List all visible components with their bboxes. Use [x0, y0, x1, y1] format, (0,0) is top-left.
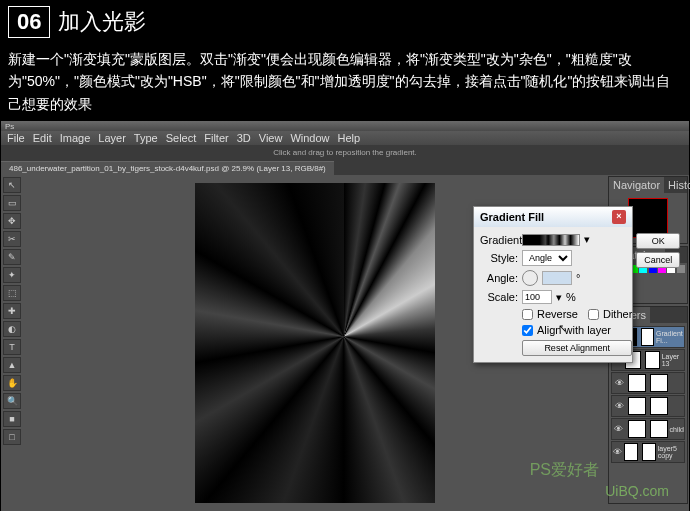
close-icon[interactable]: × — [612, 210, 626, 224]
wand-tool-icon[interactable]: ✦ — [3, 267, 21, 283]
gradient-preview[interactable] — [522, 234, 580, 246]
crop-tool-icon[interactable]: ✂ — [3, 231, 21, 247]
menu-help[interactable]: Help — [338, 132, 361, 144]
mask-thumb[interactable] — [650, 397, 668, 415]
gradient-rays — [195, 183, 435, 503]
zoom-tool-icon[interactable]: 🔍 — [3, 393, 21, 409]
layer-row[interactable]: 👁 — [611, 395, 685, 417]
dither-label: Dither — [603, 308, 632, 320]
menu-edit[interactable]: Edit — [33, 132, 52, 144]
dialog-title: Gradient Fill — [480, 211, 544, 223]
watermark: PS爱好者 — [530, 460, 599, 481]
menu-layer[interactable]: Layer — [98, 132, 126, 144]
scale-unit: % — [566, 291, 576, 303]
dither-checkbox[interactable] — [588, 309, 599, 320]
tab-navigator[interactable]: Navigator — [609, 177, 664, 193]
angle-dial[interactable] — [522, 270, 538, 286]
cancel-button[interactable]: Cancel — [636, 252, 680, 268]
menu-image[interactable]: Image — [60, 132, 91, 144]
frame-tool-icon[interactable]: ⬚ — [3, 285, 21, 301]
menu-file[interactable]: File — [7, 132, 25, 144]
layer-thumb[interactable] — [628, 397, 646, 415]
align-checkbox[interactable] — [522, 325, 533, 336]
heal-tool-icon[interactable]: ✚ — [3, 303, 21, 319]
layer-name: layer5 copy — [658, 445, 684, 459]
gradient-label: Gradient: — [480, 234, 518, 246]
cursor-icon: ↖ — [558, 322, 567, 335]
layer-row[interactable]: 👁child — [611, 418, 685, 440]
visibility-icon[interactable]: 👁 — [612, 401, 626, 411]
hand-tool-icon[interactable]: ✋ — [3, 375, 21, 391]
reverse-checkbox[interactable] — [522, 309, 533, 320]
layer-row[interactable]: 👁 — [611, 372, 685, 394]
move-tool-icon[interactable]: ↖ — [3, 177, 21, 193]
gradient-fill-dialog[interactable]: Gradient Fill × Gradient: ▾ Style: Angle… — [473, 206, 633, 363]
reset-alignment-button[interactable]: Reset Alignment — [522, 340, 632, 356]
angle-input[interactable] — [542, 271, 572, 285]
visibility-icon[interactable]: 👁 — [612, 378, 626, 388]
mask-thumb[interactable] — [642, 443, 656, 461]
menu-filter[interactable]: Filter — [204, 132, 228, 144]
document-tabbar: 486_underwater_partition_01_by_tigers_st… — [1, 159, 689, 175]
lasso-tool-icon[interactable]: ✥ — [3, 213, 21, 229]
watermark-url: UiBQ.com — [605, 483, 669, 499]
ps-titlebar: Ps — [1, 121, 689, 131]
visibility-icon[interactable]: 👁 — [612, 424, 626, 434]
visibility-icon[interactable]: 👁 — [612, 447, 622, 457]
layer-row[interactable]: 👁layer5 copy — [611, 441, 685, 463]
layer-thumb[interactable] — [624, 443, 638, 461]
type-tool-icon[interactable]: T — [3, 339, 21, 355]
step-description: 新建一个"渐变填充"蒙版图层。双击"渐变"便会出现颜色编辑器，将"渐变类型"改为… — [0, 44, 690, 119]
ps-menubar: File Edit Image Layer Type Select Filter… — [1, 131, 689, 145]
document-canvas[interactable] — [195, 183, 435, 503]
dropdown-icon[interactable]: ▾ — [584, 233, 590, 246]
photoshop-window: Ps File Edit Image Layer Type Select Fil… — [1, 121, 689, 511]
bg-color-icon[interactable]: □ — [3, 429, 21, 445]
toolbox: ↖ ▭ ✥ ✂ ✎ ✦ ⬚ ✚ ◐ T ▲ ✋ 🔍 ■ □ — [1, 175, 23, 511]
tab-histogram[interactable]: Histogram — [664, 177, 690, 193]
dropdown-icon[interactable]: ▾ — [556, 291, 562, 304]
angle-label: Angle: — [480, 272, 518, 284]
menu-3d[interactable]: 3D — [237, 132, 251, 144]
mask-thumb[interactable] — [650, 374, 668, 392]
reverse-label: Reverse — [537, 308, 578, 320]
degree-icon: ° — [576, 272, 580, 284]
menu-window[interactable]: Window — [290, 132, 329, 144]
ok-button[interactable]: OK — [636, 233, 680, 249]
dodge-tool-icon[interactable]: ◐ — [3, 321, 21, 337]
scale-input[interactable] — [522, 290, 552, 304]
fg-color-icon[interactable]: ■ — [3, 411, 21, 427]
menu-select[interactable]: Select — [166, 132, 197, 144]
layer-thumb[interactable] — [628, 374, 646, 392]
menu-view[interactable]: View — [259, 132, 283, 144]
style-label: Style: — [480, 252, 518, 264]
document-tab[interactable]: 486_underwater_partition_01_by_tigers_st… — [1, 161, 334, 175]
layer-thumb[interactable] — [628, 420, 646, 438]
align-label: Align with layer — [537, 324, 611, 336]
menu-type[interactable]: Type — [134, 132, 158, 144]
layer-name: child — [670, 426, 684, 433]
step-title: 加入光影 — [58, 7, 146, 37]
style-select[interactable]: Angle — [522, 250, 572, 266]
pen-tool-icon[interactable]: ▲ — [3, 357, 21, 373]
scale-label: Scale: — [480, 291, 518, 303]
navigator-thumb[interactable] — [628, 198, 668, 238]
options-bar: Click and drag to reposition the gradien… — [1, 145, 689, 159]
mask-thumb[interactable] — [650, 420, 668, 438]
brush-tool-icon[interactable]: ✎ — [3, 249, 21, 265]
step-number: 06 — [8, 6, 50, 38]
marquee-tool-icon[interactable]: ▭ — [3, 195, 21, 211]
